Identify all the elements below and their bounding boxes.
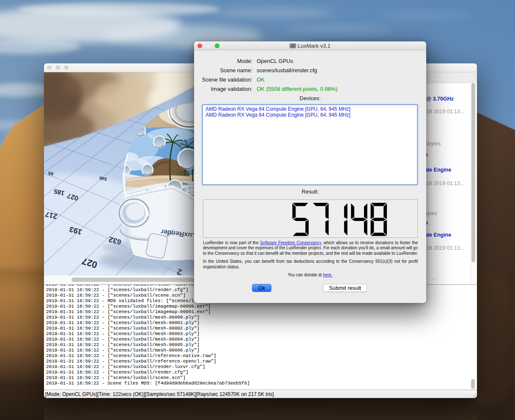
svg-text:65: 65 (48, 171, 54, 177)
